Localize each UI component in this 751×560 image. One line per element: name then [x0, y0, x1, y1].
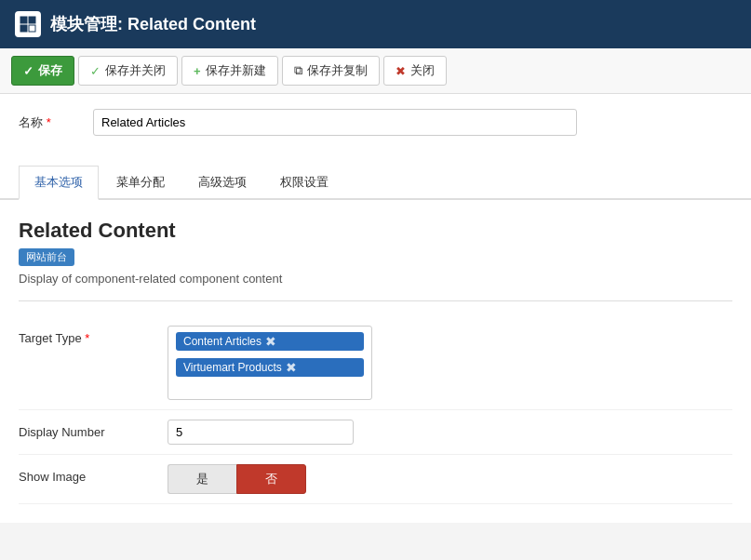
section-title: Related Content [19, 219, 732, 243]
section-divider [19, 300, 732, 301]
page-header: 模块管理: Related Content [0, 0, 751, 48]
toggle-yes-button[interactable]: 是 [168, 464, 236, 494]
target-type-label: Target Type * [19, 326, 168, 345]
show-image-toggle: 是 否 [168, 464, 306, 494]
toggle-no-button[interactable]: 否 [236, 464, 306, 494]
display-number-label: Display Number [19, 420, 168, 439]
tab-bar: 基本选项 菜单分配 高级选项 权限设置 [0, 166, 751, 200]
show-image-label: Show Image [19, 464, 168, 484]
display-number-row: Display Number [19, 410, 732, 455]
save-icon: ✓ [23, 64, 34, 78]
tab-advanced[interactable]: 高级选项 [182, 166, 262, 198]
target-type-row: Target Type * Content Articles ✖ Virtuem… [19, 316, 732, 410]
required-marker: * [85, 331, 89, 345]
save-new-button[interactable]: + 保存并新建 [181, 56, 278, 86]
target-type-container[interactable]: Content Articles ✖ Virtuemart Products ✖ [168, 326, 372, 400]
tab-menu[interactable]: 菜单分配 [101, 166, 181, 198]
close-button[interactable]: ✖ 关闭 [383, 56, 447, 86]
check-icon: ✓ [90, 64, 101, 78]
show-image-row: Show Image 是 否 [19, 455, 732, 504]
remove-virtuemart-products[interactable]: ✖ [286, 361, 297, 374]
tab-basic[interactable]: 基本选项 [19, 166, 99, 200]
tag-virtuemart-products[interactable]: Virtuemart Products ✖ [176, 358, 364, 377]
save-close-button[interactable]: ✓ 保存并关闭 [78, 56, 178, 86]
section-description: Display of component-related component c… [19, 272, 732, 286]
close-icon: ✖ [396, 64, 406, 78]
main-content: Related Content 网站前台 Display of componen… [0, 200, 751, 523]
save-button[interactable]: ✓ 保存 [11, 56, 74, 86]
section-badge: 网站前台 [19, 248, 74, 266]
page-title: 模块管理: Related Content [50, 13, 256, 35]
copy-icon: ⧉ [294, 63, 302, 78]
svg-rect-1 [29, 17, 35, 23]
name-label: 名称 * [19, 114, 93, 131]
tag-content-articles[interactable]: Content Articles ✖ [176, 332, 364, 351]
name-field-area: 名称 * [0, 94, 751, 166]
svg-rect-3 [29, 25, 35, 32]
display-number-input[interactable] [168, 420, 354, 445]
svg-rect-2 [20, 25, 27, 32]
name-input[interactable] [93, 109, 577, 136]
remove-content-articles[interactable]: ✖ [265, 335, 276, 348]
tab-permissions[interactable]: 权限设置 [264, 166, 344, 198]
save-copy-button[interactable]: ⧉ 保存并复制 [282, 56, 380, 86]
plus-icon: + [194, 64, 201, 78]
module-icon [15, 11, 41, 37]
svg-rect-0 [20, 17, 27, 23]
required-marker: * [47, 115, 51, 129]
toolbar: ✓ 保存 ✓ 保存并关闭 + 保存并新建 ⧉ 保存并复制 ✖ 关闭 [0, 48, 751, 94]
